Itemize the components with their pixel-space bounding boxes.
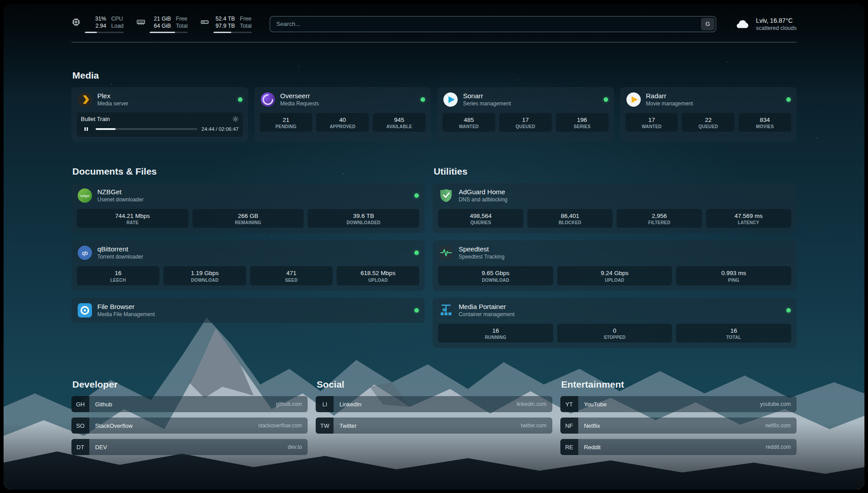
overseerr-icon bbox=[260, 92, 275, 107]
bookmark-reddit[interactable]: RE Reddit reddit.com bbox=[560, 439, 797, 455]
cpu-widget: 31% CPU 2.94 Load bbox=[71, 15, 124, 33]
service-link-plex[interactable]: Plex Media server bbox=[71, 87, 248, 112]
stat-wanted: 17 WANTED bbox=[626, 113, 678, 132]
bookmark-twitter[interactable]: TW Twitter twitter.com bbox=[316, 418, 552, 434]
bookmark-url: stackoverflow.com bbox=[258, 422, 302, 429]
nzbget-icon: nzbget bbox=[77, 188, 92, 203]
section-media: Media Plex Media server bbox=[71, 70, 797, 142]
adguard-icon bbox=[438, 188, 454, 203]
cpu-icon bbox=[71, 17, 81, 27]
weather-widget: Lviv, 16.87°C scattered clouds bbox=[734, 17, 797, 32]
service-stats: 744.21 Mbps RATE 266 GB REMAINING 39.6 T… bbox=[71, 208, 425, 234]
search-bar: G bbox=[270, 16, 716, 32]
playback-progress-track[interactable] bbox=[96, 128, 197, 130]
service-description: Media File Management bbox=[97, 311, 155, 318]
stat-queries: 498,564 QUERIES bbox=[438, 209, 523, 228]
cpu-usage-label: CPU bbox=[111, 15, 123, 22]
service-link-radarr[interactable]: Radarr Movie management bbox=[620, 87, 797, 112]
weather-location: Lviv, 16.87°C bbox=[756, 17, 797, 25]
service-name: Media Portainer bbox=[459, 303, 514, 310]
stat-remaining: 266 GB REMAINING bbox=[192, 209, 304, 228]
status-dot bbox=[414, 308, 419, 313]
service-card-overseerr: Overseerr Media Requests 21 PENDING 40 A… bbox=[255, 87, 431, 142]
pause-button[interactable] bbox=[81, 126, 92, 133]
playback-time: 24:44 / 02:06:47 bbox=[201, 126, 238, 132]
memory-free-value: 21 GiB bbox=[150, 15, 171, 22]
settings-gear-icon[interactable] bbox=[232, 116, 239, 122]
disk-total-value: 97.9 TB bbox=[213, 22, 235, 29]
service-link-overseerr[interactable]: Overseerr Media Requests bbox=[255, 87, 431, 112]
service-stats: 498,564 QUERIES 86,401 BLOCKED 2,956 FIL… bbox=[433, 208, 797, 234]
search-provider-button[interactable]: G bbox=[701, 18, 714, 30]
bookmark-url: dev.to bbox=[288, 444, 302, 450]
bookmark-name: Twitter bbox=[339, 422, 356, 429]
memory-progress-track bbox=[150, 32, 188, 33]
status-dot bbox=[604, 97, 608, 102]
service-card-plex: Plex Media server Bullet Train bbox=[71, 87, 248, 142]
bookmark-github[interactable]: GH Github github.com bbox=[71, 396, 308, 412]
stat-running: 16 RUNNING bbox=[438, 324, 553, 343]
social-section-title: Social bbox=[317, 379, 552, 390]
service-description: Series management bbox=[463, 100, 511, 107]
utilities-section-title: Utilities bbox=[434, 166, 797, 177]
bookmark-url: github.com bbox=[276, 401, 302, 407]
bookmark-abbr: NF bbox=[560, 418, 578, 434]
bookmark-stackoverflow[interactable]: SO StackOverflow stackoverflow.com bbox=[71, 418, 308, 434]
portainer-icon bbox=[438, 303, 454, 318]
bookmark-group-entertainment: Entertainment YT YouTube youtube.com NF … bbox=[560, 379, 797, 460]
bookmark-name: StackOverflow bbox=[95, 422, 133, 429]
bookmark-netflix[interactable]: NF Netflix netflix.com bbox=[560, 418, 797, 434]
service-stats: 21 PENDING 40 APPROVED 945 AVAILABLE bbox=[255, 112, 431, 138]
svg-text:nzbget: nzbget bbox=[80, 194, 89, 197]
bookmark-abbr: DT bbox=[71, 439, 89, 455]
service-description: Usenet downloader bbox=[97, 196, 143, 203]
service-stats: 16 RUNNING 0 STOPPED 16 TOTAL bbox=[433, 323, 797, 348]
filebrowser-icon bbox=[77, 303, 92, 318]
status-dot bbox=[414, 193, 419, 198]
bookmark-dev[interactable]: DT DEV dev.to bbox=[71, 439, 308, 455]
bookmark-abbr: YT bbox=[560, 396, 578, 412]
service-card-adguard: AdGuard Home DNS and adblocking 498,564 … bbox=[433, 183, 797, 234]
stat-downloaded: 39.6 TB DOWNLOADED bbox=[308, 209, 419, 228]
stat-available: 945 AVAILABLE bbox=[373, 113, 426, 132]
service-link-speedtest[interactable]: Speedtest Speedtest Tracking bbox=[433, 240, 797, 265]
bookmark-linkedin[interactable]: LI LinkedIn linkedin.com bbox=[316, 396, 552, 412]
now-playing-title: Bullet Train bbox=[81, 116, 110, 122]
memory-icon bbox=[136, 17, 146, 27]
status-dot bbox=[414, 251, 419, 255]
section-utilities: Utilities bbox=[433, 166, 797, 348]
bookmark-abbr: TW bbox=[316, 418, 334, 434]
service-link-nzbget[interactable]: nzbget NZBGet Usenet downloader bbox=[71, 183, 425, 208]
snow-specks bbox=[4, 4, 4, 4]
disk-progress-fill bbox=[213, 32, 231, 33]
service-name: Radarr bbox=[646, 92, 693, 100]
bookmark-abbr: LI bbox=[316, 396, 334, 412]
service-link-sonarr[interactable]: Sonarr Series management bbox=[437, 87, 614, 112]
stat-latency: 47.569 ms LATENCY bbox=[706, 209, 791, 228]
search-input[interactable] bbox=[270, 16, 716, 32]
sonarr-icon bbox=[443, 92, 458, 107]
service-description: Media server bbox=[97, 100, 128, 107]
stat-ping: 0.993 ms PING bbox=[676, 266, 791, 285]
service-name: Sonarr bbox=[463, 92, 511, 100]
service-link-adguard[interactable]: AdGuard Home DNS and adblocking bbox=[433, 183, 797, 208]
service-name: AdGuard Home bbox=[459, 188, 507, 196]
stat-queued: 22 QUEUED bbox=[682, 113, 734, 132]
disk-progress-track bbox=[213, 32, 251, 33]
bookmark-url: twitter.com bbox=[521, 422, 546, 429]
service-card-filebrowser: File Browser Media File Management bbox=[71, 298, 425, 323]
resource-widgets: 31% CPU 2.94 Load bbox=[71, 15, 252, 33]
bookmark-url: linkedin.com bbox=[517, 401, 547, 407]
service-link-qbittorrent[interactable]: qb qBittorrent Torrent downloader bbox=[71, 240, 425, 265]
status-dot bbox=[786, 308, 791, 313]
service-stats: 16 LEECH 1.19 Gbps DOWNLOAD 471 SEED bbox=[71, 265, 425, 291]
stat-upload: 618.52 Mbps UPLOAD bbox=[337, 266, 419, 285]
service-link-filebrowser[interactable]: File Browser Media File Management bbox=[71, 298, 425, 323]
cpu-usage-value: 31% bbox=[85, 15, 106, 22]
bookmark-youtube[interactable]: YT YouTube youtube.com bbox=[560, 396, 797, 412]
plex-icon bbox=[77, 92, 92, 107]
dashboard-screen: 31% CPU 2.94 Load bbox=[4, 4, 864, 489]
dashboard-content: 31% CPU 2.94 Load bbox=[4, 4, 864, 478]
memory-free-label: Free bbox=[176, 15, 188, 22]
service-link-portainer[interactable]: Media Portainer Container management bbox=[433, 298, 797, 323]
